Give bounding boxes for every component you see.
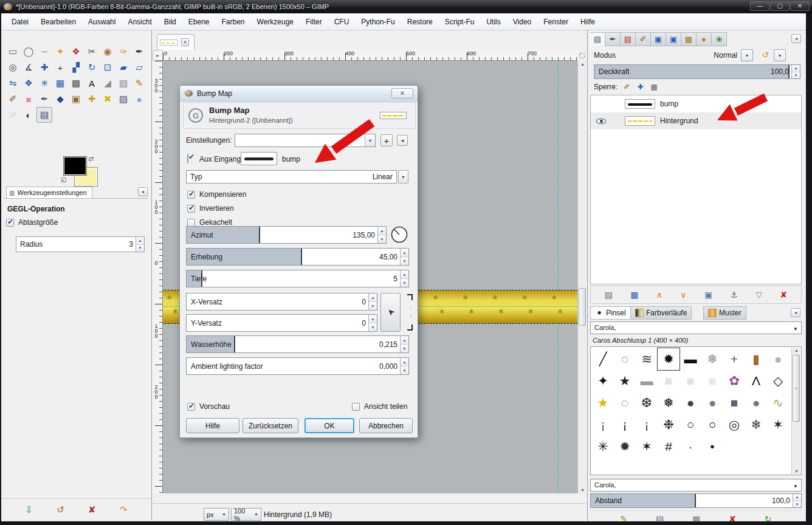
type-dropdown-button[interactable]: ▼	[398, 170, 408, 184]
brush-cell[interactable]	[745, 436, 767, 458]
tool-icon[interactable]: ❖	[21, 75, 36, 91]
brush-cell[interactable]: ■	[680, 370, 701, 392]
spacing-slider[interactable]: Abstand 100,0 ▲▼	[590, 493, 802, 508]
brush-cell[interactable]: ○	[701, 414, 723, 436]
dialog-titlebar[interactable]: Bump Map ✕	[180, 86, 418, 101]
brush-cell[interactable]: ≋	[636, 348, 658, 370]
brush-cell[interactable]: ◎	[723, 414, 745, 436]
opacity-spinner[interactable]: ▲▼	[791, 65, 800, 78]
menu-item[interactable]: Script-Fu	[439, 16, 480, 28]
menu-item[interactable]: Python-Fu	[356, 16, 400, 28]
brush-cell[interactable]: ❅	[701, 348, 723, 370]
brush-cell[interactable]: ✶	[767, 414, 789, 436]
brush-scroll-thumb[interactable]: ≡	[793, 355, 800, 422]
tool-icon[interactable]: ◆	[52, 91, 68, 107]
swap-colors-icon[interactable]: ⇄	[88, 155, 94, 163]
tool-icon[interactable]: ⇋	[5, 75, 21, 91]
layer-action-icon[interactable]: ⚓	[731, 290, 738, 300]
ruler-corner[interactable]: ▸	[153, 50, 163, 61]
ambient-spinner[interactable]: ▲▼	[400, 358, 408, 374]
tool-icon[interactable]: ▤	[36, 107, 52, 123]
brush-cell[interactable]: ◌	[614, 348, 636, 370]
scroll-down-icon[interactable]: ▼	[578, 488, 587, 492]
dock-tab-icon[interactable]: ▤	[621, 32, 636, 46]
dialog-close-button[interactable]: ✕	[391, 88, 413, 98]
x-versatz-slider[interactable]: X-Versatz 0 ▲▼	[186, 293, 377, 311]
tool-icon[interactable]: ▰	[115, 60, 131, 75]
toolbox-footer-icon[interactable]: ⇩	[26, 504, 33, 515]
tool-icon[interactable]: ✎	[131, 75, 147, 91]
menu-item[interactable]: Datei	[6, 16, 34, 28]
default-colors-icon[interactable]: ◱	[61, 176, 66, 183]
brush-cell[interactable]: ✹	[614, 436, 636, 458]
brush-cell[interactable]: ✦	[592, 370, 614, 392]
eye-icon[interactable]	[596, 118, 606, 124]
brush-cell[interactable]: ■	[701, 370, 723, 392]
brush-cell[interactable]: ✹	[658, 348, 680, 370]
dock-collapse-button[interactable]: ◂	[791, 34, 801, 43]
menu-item[interactable]: Restore	[402, 16, 438, 28]
brush-cell[interactable]: ❄	[745, 414, 767, 436]
menu-item[interactable]: Auswahl	[83, 16, 121, 28]
presets-menu-button[interactable]: ◂	[397, 135, 408, 146]
dock-tab-icon[interactable]: ▤	[590, 32, 605, 46]
layer-row-hintergrund[interactable]: Hintergrund	[591, 112, 801, 129]
brush-cell[interactable]: ╱	[592, 348, 614, 370]
tab-pinsel[interactable]: ✹ Pinsel	[590, 306, 631, 320]
layer-action-icon[interactable]: ∨	[680, 290, 686, 300]
azimut-spinner[interactable]: ▲▼	[377, 227, 386, 243]
tab-muster[interactable]: Muster	[703, 306, 746, 320]
tool-icon[interactable]: ▧	[115, 75, 131, 91]
brush-cell[interactable]: ■	[658, 370, 680, 392]
y-versatz-slider[interactable]: Y-Versatz 0 ▲▼	[186, 314, 377, 332]
tool-icon[interactable]: ✒	[131, 44, 147, 60]
scroll-up-icon[interactable]: ▲	[792, 348, 801, 352]
menu-item[interactable]: CFU	[329, 16, 355, 28]
tool-icon[interactable]: ◐	[21, 107, 36, 123]
image-tab[interactable]: ✕	[157, 34, 194, 50]
tab-tool-options[interactable]: ▥ Werkzeugeinstellungen	[6, 187, 92, 199]
brush-cell[interactable]	[723, 436, 745, 458]
tool-icon[interactable]: ▭	[5, 44, 21, 60]
brush-cell[interactable]: ∿	[767, 392, 789, 414]
add-preset-button[interactable]: +	[380, 134, 393, 146]
blend-space-dropdown-button[interactable]: ▼	[774, 49, 786, 61]
brush-cell[interactable]: ●	[680, 392, 701, 414]
brush-selector-combo[interactable]: Carola, ▼	[590, 479, 802, 492]
dock-tab-icon[interactable]: ▣	[666, 32, 681, 46]
scroll-down-icon[interactable]: ▼	[792, 469, 801, 473]
window-titlebar[interactable]: *[Unbenannt]-1.0 (RGB-Farben 8-Bit-Gamma…	[0, 0, 812, 13]
opacity-slider[interactable]: Deckkraft 100,0 ▲▼	[594, 64, 800, 79]
type-field[interactable]: Typ Linear	[186, 170, 397, 184]
dock-tab-icon[interactable]: ▩	[681, 32, 697, 46]
brush-cell[interactable]: ¡	[592, 414, 614, 436]
tool-icon[interactable]: ↻	[84, 60, 100, 75]
minimize-button[interactable]: —	[750, 1, 769, 11]
brush-cell[interactable]: ●	[767, 348, 789, 370]
brush-cell[interactable]: ❅	[658, 392, 680, 414]
brushes-collapse-button[interactable]: ◂	[791, 308, 800, 317]
unit-combo[interactable]: px▼	[204, 508, 229, 521]
erhebung-spinner[interactable]: ▲▼	[400, 249, 408, 265]
brush-name-combo[interactable]: Carola, ▼	[590, 321, 802, 334]
tiefe-spinner[interactable]: ▲▼	[400, 270, 408, 287]
brush-cell[interactable]: ¡	[614, 414, 636, 436]
menu-item[interactable]: Farben	[216, 16, 250, 28]
tool-icon[interactable]: ▞	[68, 60, 84, 75]
vorschau-checkbox[interactable]	[187, 403, 195, 411]
chain-link-indicator[interactable]: ▫▫	[405, 293, 413, 332]
ok-button[interactable]: OK	[304, 418, 354, 433]
visibility-cell[interactable]	[591, 118, 611, 124]
tool-icon[interactable]: ⊡	[100, 60, 115, 75]
toolbox-footer-icon[interactable]: ↺	[57, 504, 64, 515]
image-tab-close-icon[interactable]: ✕	[181, 38, 189, 46]
mode-swap-icon[interactable]: ↺	[762, 50, 769, 60]
menu-item[interactable]: Ansicht	[122, 16, 157, 28]
tool-icon[interactable]: ✑	[115, 44, 131, 60]
dock-tab-icon[interactable]: ●	[697, 32, 712, 46]
layer-action-icon[interactable]: ▤	[605, 290, 613, 300]
reset-button[interactable]: Zurücksetzen	[243, 418, 298, 433]
menu-item[interactable]: Video	[507, 16, 537, 28]
azimut-dial[interactable]	[391, 226, 408, 243]
chevron-down-icon[interactable]: ▼	[365, 134, 375, 146]
